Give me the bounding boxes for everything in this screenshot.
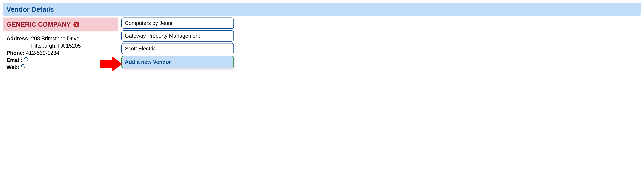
search-icon[interactable]: [24, 57, 29, 61]
web-label: Web:: [6, 64, 20, 71]
address-row: Address: 208 Brimstone Drive Pittsburgh,…: [6, 35, 115, 49]
vendor-details-header: Vendor Details: [3, 3, 641, 16]
vendor-detail-block: Address: 208 Brimstone Drive Pittsburgh,…: [3, 31, 118, 71]
company-banner: GENERIC COMPANY ?: [3, 18, 118, 31]
svg-line-1: [27, 60, 28, 61]
vendor-option[interactable]: Computers by Jenni: [122, 18, 234, 29]
phone-value: 412-539-1234: [26, 49, 59, 57]
phone-row: Phone: 412-539-1234: [6, 49, 115, 57]
vendor-option[interactable]: Scott Electric: [122, 43, 234, 54]
svg-line-3: [24, 67, 25, 68]
page-title: Vendor Details: [6, 5, 638, 13]
search-icon[interactable]: [21, 64, 26, 68]
company-name: GENERIC COMPANY: [6, 21, 71, 28]
address-label: Address:: [6, 35, 30, 42]
vendor-option[interactable]: Gateway Property Management: [122, 30, 234, 42]
address-line1: 208 Brimstone Drive: [31, 35, 81, 42]
address-line2: Pittsburgh, PA 15205: [31, 42, 81, 50]
email-row: Email:: [6, 57, 115, 64]
phone-label: Phone:: [6, 49, 24, 57]
web-row: Web:: [6, 64, 115, 71]
help-icon[interactable]: ?: [74, 22, 79, 28]
email-label: Email:: [6, 57, 22, 64]
add-vendor-button[interactable]: Add a new Vendor: [122, 56, 234, 68]
